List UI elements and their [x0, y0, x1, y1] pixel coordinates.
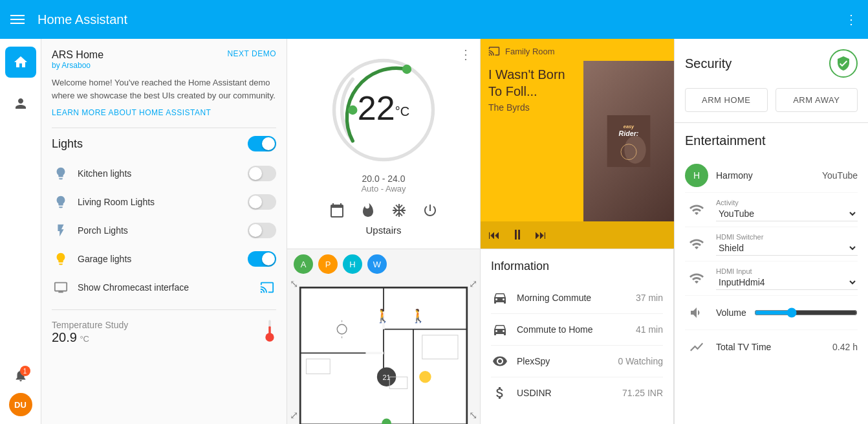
morning-commute-label: Morning Commute: [517, 293, 628, 303]
thermostat-temp: 22°C: [358, 89, 409, 128]
calendar-icon[interactable]: [328, 201, 346, 219]
main-content: ⋮ 22°C 20.0 - 24.0 Auto - Away: [287, 39, 674, 424]
temp-unit: °C: [395, 104, 409, 118]
arm-away-button[interactable]: ARM AWAY: [776, 88, 858, 112]
fp-resize-br[interactable]: ⤡: [469, 409, 477, 421]
thermometer-icon: [263, 318, 276, 346]
plexspy-label: PlexSpy: [517, 356, 610, 366]
security-buttons: ARM HOME ARM AWAY: [685, 88, 858, 112]
thermostat-range: 20.0 - 24.0: [362, 173, 406, 184]
security-title: Security: [685, 56, 732, 71]
sidebar-item-home[interactable]: [5, 47, 36, 78]
kitchen-lights-toggle[interactable]: [248, 166, 276, 181]
fp-resize-tl[interactable]: ⤡: [290, 278, 298, 290]
divider-2: [52, 309, 276, 310]
bulb-icon: [52, 164, 70, 183]
living-room-lights-toggle[interactable]: [248, 194, 276, 210]
temp-study-value: 20.9: [52, 330, 77, 344]
temp-number: 22: [358, 89, 395, 127]
tv-icon: [52, 278, 70, 296]
entertainment-section: Entertainment H Harmony YouTube Activity…: [675, 123, 868, 374]
harmony-row: H Harmony YouTube: [685, 159, 858, 193]
car-icon: [491, 289, 509, 307]
temp-study-value-row: 20.9 °C: [52, 330, 128, 345]
svg-rect-2: [268, 326, 270, 334]
avatar[interactable]: DU: [9, 393, 32, 416]
fp-resize-tr[interactable]: ⤢: [469, 278, 477, 290]
fp-icon-a[interactable]: A: [294, 254, 313, 274]
media-content: I Wasn't Born To Foll... The Byrds easy …: [481, 61, 674, 221]
volume-icon: [685, 301, 708, 324]
bell-icon[interactable]: 1: [14, 368, 28, 385]
harmony-icon: H: [685, 164, 708, 187]
svg-point-4: [348, 106, 357, 115]
temp-study-title: Temperature Study: [52, 320, 128, 330]
home-info: NEXT DEMO ARS Home by Arsaboo Welcome ho…: [52, 49, 276, 117]
volume-slider[interactable]: [754, 307, 858, 318]
more-vert-icon[interactable]: ⋮: [845, 12, 858, 27]
activity-select[interactable]: YouTube Netflix TV Off: [716, 206, 858, 221]
hdmi-input-select[interactable]: InputHdmi4 InputHdmi1 InputHdmi2 InputHd…: [716, 275, 858, 290]
hdmi-switcher-col: HDMI Switcher Shield Apple TV PS4 Xbox: [716, 233, 858, 256]
bulb-yellow-icon: [52, 250, 70, 268]
lights-master-toggle[interactable]: [248, 136, 276, 151]
media-prev-button[interactable]: ⏮: [488, 229, 500, 242]
next-demo-button[interactable]: NEXT DEMO: [227, 49, 276, 58]
right-panel: Security ARM HOME ARM AWAY Entertainment…: [674, 39, 868, 424]
svg-point-5: [402, 65, 411, 74]
porch-lights-toggle[interactable]: [248, 223, 276, 238]
flame-icon[interactable]: [359, 201, 377, 219]
tv-time-label: Total TV Time: [716, 342, 825, 352]
media-info: I Wasn't Born To Foll... The Byrds: [481, 61, 583, 221]
cast-icon: [258, 278, 276, 296]
morning-commute-value: 37 min: [636, 293, 663, 303]
bell-badge: 1: [20, 366, 30, 376]
svg-text:🚶: 🚶: [374, 308, 391, 324]
hdmi-switcher-row: HDMI Switcher Shield Apple TV PS4 Xbox: [685, 227, 858, 262]
info-title: Information: [491, 260, 663, 273]
media-controls: ⏮ ⏸ ⏭: [481, 221, 674, 249]
tv-time-row: Total TV Time 0.42 h: [685, 330, 858, 364]
media-card: Family Room I Wasn't Born To Foll... The…: [481, 39, 674, 249]
volume-label: Volume: [716, 307, 746, 318]
snowflake-icon[interactable]: [390, 201, 408, 219]
media-next-button[interactable]: ⏭: [535, 229, 547, 242]
info-row-morning-commute: Morning Commute 37 min: [491, 282, 663, 314]
fp-resize-bl[interactable]: ⤢: [290, 409, 298, 421]
security-section: Security ARM HOME ARM AWAY: [675, 39, 868, 123]
security-header: Security: [685, 49, 858, 78]
fp-icon-w[interactable]: W: [367, 254, 387, 274]
floorplan-icons-row: A P H W: [287, 249, 480, 279]
kitchen-lights-label: Kitchen lights: [78, 168, 240, 179]
harmony-value: YouTube: [822, 170, 858, 181]
list-item: Living Room Lights: [52, 188, 276, 216]
home-author: by Arsaboo: [52, 61, 276, 70]
floorplan-card: A P H W ⤡ ⤢ ⤢ ⤡: [287, 249, 481, 424]
fp-icon-h[interactable]: H: [343, 254, 362, 274]
info-row-commute-home: Commute to Home 41 min: [491, 314, 663, 346]
svg-text:easy: easy: [624, 124, 635, 129]
hdmi-switcher-select[interactable]: Shield Apple TV PS4 Xbox: [716, 241, 858, 256]
svg-point-23: [419, 371, 431, 383]
hdmi-input-sublabel: HDMI Input: [716, 267, 858, 275]
fp-icon-p[interactable]: P: [318, 254, 338, 274]
hamburger-icon[interactable]: [10, 15, 25, 24]
list-item: Garage lights: [52, 245, 276, 273]
arm-home-button[interactable]: ARM HOME: [685, 88, 768, 112]
learn-more-link[interactable]: LEARN MORE ABOUT HOME ASSISTANT: [52, 108, 276, 117]
media-pause-button[interactable]: ⏸: [510, 227, 525, 243]
power-icon[interactable]: [421, 201, 439, 219]
usdinr-value: 71.25 INR: [622, 388, 663, 398]
sidebar-item-person[interactable]: [5, 88, 36, 119]
hdmi-input-col: HDMI Input InputHdmi4 InputHdmi1 InputHd…: [716, 267, 858, 290]
harmony-label-col: Harmony: [716, 170, 814, 181]
tv-time-value: 0.42 h: [832, 342, 858, 352]
media-title: I Wasn't Born To Foll...: [488, 66, 576, 100]
entertainment-title: Entertainment: [685, 133, 858, 148]
temp-study-info: Temperature Study 20.9 °C: [52, 320, 128, 345]
commute-home-label: Commute to Home: [517, 324, 628, 335]
thermostat-card: ⋮ 22°C 20.0 - 24.0 Auto - Away: [287, 39, 481, 249]
garage-lights-toggle[interactable]: [248, 251, 276, 267]
media-artist: The Byrds: [488, 102, 576, 113]
thermostat-menu-icon[interactable]: ⋮: [459, 47, 472, 62]
